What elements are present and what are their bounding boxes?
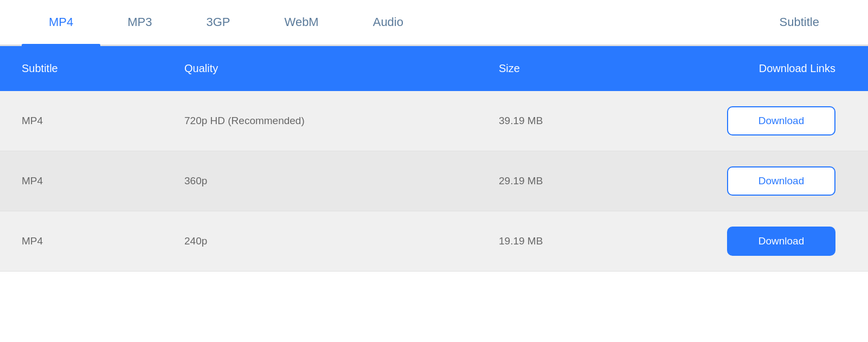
cell-size: 39.19 MB [499, 115, 672, 127]
cell-download: Download [672, 227, 846, 256]
table-body: MP4 720p HD (Recommended) 39.19 MB Downl… [0, 91, 868, 272]
download-button[interactable]: Download [727, 227, 835, 256]
cell-subtitle: MP4 [22, 175, 184, 187]
tab-mp3[interactable]: MP3 [100, 0, 179, 44]
tab-mp4[interactable]: MP4 [22, 0, 100, 44]
header-download-links: Download Links [672, 62, 846, 75]
table-row: MP4 720p HD (Recommended) 39.19 MB Downl… [0, 91, 868, 151]
cell-subtitle: MP4 [22, 115, 184, 127]
table-header: Subtitle Quality Size Download Links [0, 46, 868, 91]
cell-download: Download [672, 166, 846, 196]
header-quality: Quality [184, 62, 499, 75]
tab-3gp[interactable]: 3GP [179, 0, 258, 44]
cell-subtitle: MP4 [22, 235, 184, 247]
download-button[interactable]: Download [727, 166, 835, 196]
tab-webm[interactable]: WebM [258, 0, 346, 44]
cell-download: Download [672, 106, 846, 135]
download-button[interactable]: Download [727, 106, 835, 135]
tab-subtitle[interactable]: Subtitle [753, 0, 846, 44]
header-size: Size [499, 62, 672, 75]
tab-audio[interactable]: Audio [346, 0, 430, 44]
table-row: MP4 240p 19.19 MB Download [0, 211, 868, 272]
cell-size: 19.19 MB [499, 235, 672, 247]
cell-quality: 720p HD (Recommended) [184, 115, 499, 127]
table-row: MP4 360p 29.19 MB Download [0, 151, 868, 211]
header-subtitle: Subtitle [22, 62, 184, 75]
tabs-bar: MP4 MP3 3GP WebM Audio Subtitle [0, 0, 868, 46]
cell-quality: 240p [184, 235, 499, 247]
cell-size: 29.19 MB [499, 175, 672, 187]
cell-quality: 360p [184, 175, 499, 187]
